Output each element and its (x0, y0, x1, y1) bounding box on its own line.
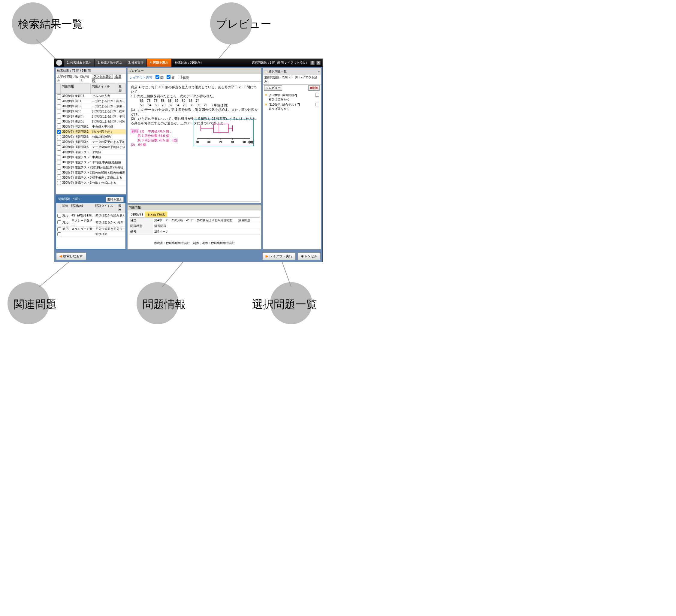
selected-item[interactable]: ★[310数学Ⅰ 演習問題2]箱ひげ図をかく (264, 93, 320, 102)
related-row[interactable]: 対応スタンダード数…四分位範囲と四分位… (56, 227, 125, 232)
random-select-button[interactable]: ランダム選択 (92, 74, 113, 79)
selected-item-checkbox[interactable] (316, 103, 319, 106)
row-checkbox[interactable] (57, 227, 61, 231)
row-checkbox[interactable] (57, 120, 61, 124)
info-panel: 問題情報 310数学Ⅰ まとめて検索 目次 第4章 データの分析 -2. データ… (127, 205, 262, 249)
layout-execute-button[interactable]: ▶ レイアウト実行 (262, 253, 296, 260)
result-row[interactable]: 310数学Ⅰ 確認テスト1中央値 (56, 155, 126, 160)
row-info: 310数学Ⅰ 確認テスト2 (62, 170, 92, 175)
row-checkbox[interactable] (57, 220, 61, 224)
step-1[interactable]: 1. 検索対象を選ぶ (64, 59, 95, 67)
row-title: 箱ひげ図から読み取り (96, 214, 124, 218)
close-button[interactable]: X (317, 61, 321, 65)
bottom-bar: ◀ 検索しなおす ▶ レイアウト実行 キャンセル (54, 251, 322, 262)
info-tab-batch[interactable]: まとめて検索 (145, 212, 167, 217)
info-note-key: 備考 (129, 229, 153, 234)
preview-q1: (1) このデータの中央値，第 1 四分位数，第 3 四分位数を求めよ。また，箱… (131, 107, 258, 116)
step-3[interactable]: 3. 検索実行 (125, 59, 147, 67)
col-relation[interactable]: 関連 (61, 203, 70, 213)
row-info: 310数学Ⅰ 演習問題1 (62, 125, 92, 129)
row-checkbox[interactable] (57, 125, 61, 129)
row-checkbox[interactable] (57, 105, 61, 108)
row-checkbox[interactable] (57, 181, 61, 185)
collapse-icon[interactable]: » (318, 70, 320, 73)
result-row[interactable]: 310数学Ⅰ 確認テスト2四分位範囲と四分位偏差… (56, 170, 126, 175)
sort-label[interactable]: 並び替え (80, 74, 92, 83)
star-icon: ★ (265, 103, 268, 106)
row-checkbox[interactable] (57, 99, 61, 103)
selected-list[interactable]: ★[310数学Ⅰ 演習問題2]箱ひげ図をかく★[310数学Ⅰ 総合テスト7]箱ひ… (263, 91, 321, 249)
arrow-left-icon: ◀ (59, 254, 62, 258)
row-checkbox[interactable] (57, 110, 61, 113)
row-checkbox[interactable] (57, 176, 61, 180)
chk-question[interactable]: 問 (156, 75, 164, 80)
preview-title: プレビュー (127, 68, 261, 74)
result-row[interactable]: 310数学Ⅰ 演習問題2箱ひげ図をかく (56, 129, 126, 134)
row-info: 310数学Ⅰ 確認テスト3 (62, 181, 92, 185)
callout-preview: プレビュー (216, 17, 271, 32)
result-row[interactable]: 310数学Ⅰ 練習15計算式による計算：平均… (56, 114, 126, 119)
result-row[interactable]: 310数学Ⅰ 演習問題4データの変更による平均値… (56, 139, 126, 145)
result-row[interactable]: 310数学Ⅰ 確認テスト3標準偏差：定義による (56, 175, 126, 180)
credit-text: 作成者：数研出版株式会社 制作・著作：数研出版株式会社 (127, 235, 261, 251)
col-info[interactable]: 問題情報 (70, 203, 94, 213)
result-row[interactable]: 310数学Ⅰ 例12…式による計算：累乗… (56, 104, 126, 109)
search-again-button[interactable]: ◀ 検索しなおす (56, 253, 86, 260)
help-button[interactable]: ? (311, 61, 315, 65)
row-checkbox[interactable] (57, 94, 61, 98)
related-row[interactable]: 対応4STEP数学Ⅰ 問…箱ひげ図から読み取り (56, 213, 125, 218)
col-title[interactable]: 問題タイトル (94, 203, 117, 213)
row-checkbox[interactable] (57, 140, 61, 144)
row-checkbox[interactable] (57, 151, 61, 154)
info-tab-book[interactable]: 310数学Ⅰ (129, 212, 145, 217)
result-row[interactable]: 310数学Ⅰ 確認テスト1平均値,中央値,最頻値 (56, 160, 126, 165)
result-row[interactable]: 310数学Ⅰ 例11…式による計算：和差… (56, 99, 126, 104)
selected-item-checkbox[interactable] (316, 93, 319, 97)
col-info[interactable]: 問題情報 (61, 84, 91, 93)
result-row[interactable]: 310数学Ⅰ 演習問題1中央値と平均値 (56, 124, 126, 129)
result-row[interactable]: 310数学Ⅰ 例13計算式による計算：総和 (56, 109, 126, 114)
row-checkbox[interactable] (57, 166, 61, 170)
cancel-button[interactable]: キャンセル (297, 253, 321, 260)
chk-explanation[interactable]: 解説 (178, 75, 189, 80)
delete-button[interactable]: ✖削除 (308, 85, 320, 91)
related-row[interactable]: 箱ひげ図 (56, 232, 125, 237)
selected-item[interactable]: ★[310数学Ⅰ 総合テスト7]箱ひげ図をかく (264, 102, 320, 112)
result-row[interactable]: 310数学Ⅰ 確認テスト2第1四分位数,第2四分位… (56, 165, 126, 170)
row-title: 計算式による計算：相関… (92, 119, 125, 124)
related-row[interactable]: 対応サクシード数学Ⅰ…箱ひげ図をかく,分布を… (56, 218, 125, 227)
info-type-key: 問題種別 (129, 223, 153, 229)
row-checkbox[interactable] (57, 135, 61, 139)
col-history[interactable]: 履歴 (117, 203, 125, 213)
result-row[interactable]: 310数学Ⅰ 確認テスト3分散：公式による (56, 180, 126, 185)
step-4[interactable]: 4. 問題を選ぶ (147, 59, 171, 67)
info-tabs: 310数学Ⅰ まとめて検索 (127, 211, 261, 217)
result-row[interactable]: 310数学Ⅰ 確認テスト1平均値 (56, 150, 126, 155)
related-list[interactable]: 対応4STEP数学Ⅰ 問…箱ひげ図から読み取り対応サクシード数学Ⅰ…箱ひげ図をか… (56, 213, 125, 249)
preview-button[interactable]: プレビュー (264, 85, 282, 91)
step-2[interactable]: 2. 検索方法を選ぶ (95, 59, 125, 67)
col-title[interactable]: 問題タイトル (91, 84, 117, 93)
search-results-panel: 検索結果：79 問 / 748 問 文字列で絞り込み 並び替え ランダム選択 全… (56, 68, 126, 194)
result-row[interactable]: 310数学Ⅰ 演習問題5データ全体の平均値と分散 (56, 145, 126, 150)
result-row[interactable]: 310数学Ⅰ 演習問題3分散,相関係数 (56, 134, 126, 139)
search-target-label: 検索対象：310数学Ⅰ (175, 61, 202, 65)
row-checkbox[interactable] (57, 171, 61, 175)
row-checkbox[interactable] (57, 214, 61, 218)
row-checkbox[interactable] (57, 115, 61, 119)
result-list[interactable]: 310数学Ⅰ 練習14セルへの入力310数学Ⅰ 例11…式による計算：和差…31… (56, 94, 126, 194)
select-book-button[interactable]: 書籍を選ぶ (106, 197, 124, 202)
row-checkbox[interactable] (57, 130, 61, 134)
row-checkbox[interactable] (57, 232, 61, 236)
row-checkbox[interactable] (57, 145, 61, 149)
row-checkbox[interactable] (57, 161, 61, 165)
row-relation: 対応 (62, 227, 71, 231)
result-row[interactable]: 310数学Ⅰ 練習16計算式による計算：相関… (56, 119, 126, 124)
col-history[interactable]: 履歴 (117, 84, 126, 93)
chk-answer[interactable]: 答 (167, 75, 175, 80)
related-title: 関連問題（4 問） (58, 197, 81, 202)
result-row[interactable]: 310数学Ⅰ 練習14セルへの入力 (56, 94, 126, 99)
row-checkbox[interactable] (57, 156, 61, 159)
step-tabs: 1. 検索対象を選ぶ 2. 検索方法を選ぶ 3. 検索実行 4. 問題を選ぶ (64, 59, 172, 67)
row-title: 平均値 (92, 150, 125, 154)
